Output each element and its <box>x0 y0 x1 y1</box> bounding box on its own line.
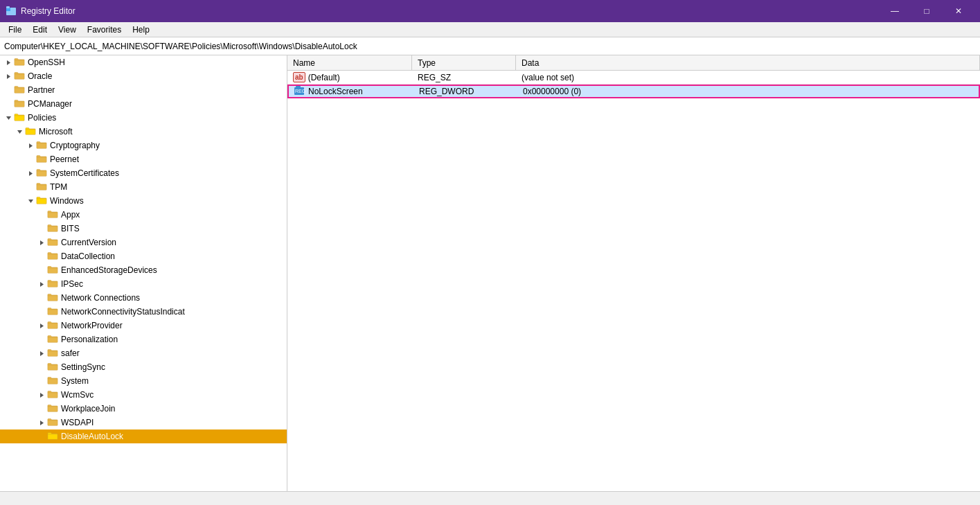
tree-scroll[interactable]: OpenSSH Oracle Partner PCManager Policie… <box>0 55 287 491</box>
tree-item-cryptography[interactable]: Cryptography <box>0 139 287 152</box>
tree-label-tpm: TPM <box>50 182 67 192</box>
tree-item-safer[interactable]: safer <box>0 346 287 360</box>
menu-view[interactable]: View <box>53 24 82 36</box>
folder-icon-tpm <box>36 181 48 193</box>
tree-item-datacollection[interactable]: DataCollection <box>0 249 287 263</box>
expand-btn-safer[interactable] <box>36 348 47 359</box>
expand-btn-wsdapi[interactable] <box>36 417 47 428</box>
expand-btn-ipsec[interactable] <box>36 278 47 290</box>
tree-label-networkconnections: Network Connections <box>61 293 140 303</box>
folder-icon-safer <box>47 348 60 359</box>
status-bar <box>0 491 980 505</box>
expand-btn-datacollection <box>36 251 47 262</box>
tree-item-workplacejoin[interactable]: WorkplaceJoin <box>0 402 287 416</box>
tree-label-datacollection: DataCollection <box>61 251 115 261</box>
tree-item-windows[interactable]: Windows <box>0 194 287 208</box>
tree-label-workplacejoin: WorkplaceJoin <box>61 404 115 414</box>
detail-header: Name Type Data <box>287 55 980 71</box>
expand-btn-systemcertificates[interactable] <box>25 168 36 179</box>
menu-file[interactable]: File <box>3 24 27 36</box>
tree-item-wsdapi[interactable]: WSDAPI <box>0 416 287 429</box>
folder-icon-disableautolock <box>47 431 60 442</box>
folder-icon-oracle <box>14 71 26 82</box>
folder-icon-datacollection <box>47 251 60 262</box>
expand-btn-openssh[interactable] <box>3 57 14 68</box>
folder-icon-wsdapi <box>47 417 60 428</box>
tree-item-appx[interactable]: Appx <box>0 208 287 222</box>
expand-btn-tpm <box>25 181 36 193</box>
tree-item-enhancedstoragedevices[interactable]: EnhancedStorageDevices <box>0 263 287 277</box>
cell-type-nolock: REG_DWORD <box>413 87 517 96</box>
window-controls: — □ ✕ <box>879 0 974 22</box>
tree-item-wcmsvc[interactable]: WcmSvc <box>0 388 287 402</box>
col-header-type[interactable]: Type <box>412 55 516 70</box>
col-header-data[interactable]: Data <box>516 55 980 70</box>
tree-item-oracle[interactable]: Oracle <box>0 69 287 83</box>
menu-bar: File Edit View Favorites Help <box>0 22 980 37</box>
detail-pane: Name Type Data ab(Default)REG_SZ(value n… <box>287 55 980 491</box>
tree-item-peernet[interactable]: Peernet <box>0 152 287 166</box>
tree-label-microsoft: Microsoft <box>39 127 73 136</box>
expand-btn-pcmanager <box>3 98 14 109</box>
expand-btn-currentversion[interactable] <box>36 237 47 248</box>
tree-label-bits: BITS <box>61 224 80 233</box>
tree-label-networkconnectivity: NetworkConnectivityStatusIndicat <box>61 307 185 317</box>
col-header-name[interactable]: Name <box>287 55 412 70</box>
tree-label-appx: Appx <box>61 210 80 220</box>
expand-btn-settingsync <box>36 362 47 373</box>
menu-favorites[interactable]: Favorites <box>82 24 127 36</box>
tree-label-personalization: Personalization <box>61 335 118 344</box>
close-button[interactable]: ✕ <box>943 0 974 22</box>
tree-label-oracle: Oracle <box>28 71 52 81</box>
address-bar: Computer\HKEY_LOCAL_MACHINE\SOFTWARE\Pol… <box>0 37 980 55</box>
svg-marker-5 <box>6 116 11 120</box>
tree-item-policies[interactable]: Policies <box>0 111 287 125</box>
tree-item-settingsync[interactable]: SettingSync <box>0 360 287 374</box>
detail-row-nolock[interactable]: REG NoLockScreenREG_DWORD0x00000000 (0) <box>287 85 980 98</box>
tree-item-microsoft[interactable]: Microsoft <box>0 125 287 139</box>
expand-btn-workplacejoin <box>36 403 47 414</box>
cell-name-default: ab(Default) <box>287 72 412 82</box>
expand-btn-wcmsvc[interactable] <box>36 389 47 400</box>
expand-btn-cryptography[interactable] <box>25 140 36 151</box>
tree-item-networkconnections[interactable]: Network Connections <box>0 291 287 305</box>
tree-item-personalization[interactable]: Personalization <box>0 333 287 346</box>
expand-btn-windows[interactable] <box>25 195 36 206</box>
detail-row-default[interactable]: ab(Default)REG_SZ(value not set) <box>287 71 980 85</box>
tree-item-currentversion[interactable]: CurrentVersion <box>0 236 287 249</box>
folder-icon-currentversion <box>47 237 60 248</box>
tree-item-partner[interactable]: Partner <box>0 83 287 97</box>
folder-icon-wcmsvc <box>47 389 60 400</box>
tree-item-system[interactable]: System <box>0 374 287 388</box>
tree-item-ipsec[interactable]: IPSec <box>0 277 287 291</box>
svg-marker-14 <box>40 393 44 398</box>
tree-item-bits[interactable]: BITS <box>0 222 287 236</box>
tree-item-pcmanager[interactable]: PCManager <box>0 97 287 111</box>
menu-help[interactable]: Help <box>127 24 155 36</box>
minimize-button[interactable]: — <box>879 0 911 22</box>
svg-marker-15 <box>40 420 44 425</box>
ab-icon-default: ab <box>293 72 305 82</box>
tree-label-peernet: Peernet <box>50 154 79 164</box>
folder-icon-microsoft <box>25 126 37 137</box>
folder-icon-workplacejoin <box>47 403 60 414</box>
tree-item-networkconnectivity[interactable]: NetworkConnectivityStatusIndicat <box>0 305 287 319</box>
maximize-button[interactable]: □ <box>911 0 943 22</box>
svg-text:REG: REG <box>295 89 305 94</box>
expand-btn-networkprovider[interactable] <box>36 320 47 331</box>
cell-name-nolock: REG NoLockScreen <box>289 86 413 98</box>
tree-item-networkprovider[interactable]: NetworkProvider <box>0 319 287 333</box>
folder-icon-ipsec <box>47 278 60 290</box>
tree-label-wsdapi: WSDAPI <box>61 418 93 427</box>
tree-item-tpm[interactable]: TPM <box>0 180 287 194</box>
tree-item-systemcertificates[interactable]: SystemCertificates <box>0 166 287 180</box>
folder-icon-system <box>47 375 60 387</box>
tree-item-openssh[interactable]: OpenSSH <box>0 55 287 69</box>
tree-item-disableautolock[interactable]: DisableAutoLock <box>0 429 287 443</box>
menu-edit[interactable]: Edit <box>27 24 53 36</box>
expand-btn-oracle[interactable] <box>3 71 14 82</box>
expand-btn-microsoft[interactable] <box>14 126 25 137</box>
expand-btn-policies[interactable] <box>3 112 14 123</box>
svg-marker-9 <box>28 200 33 203</box>
folder-icon-appx <box>47 209 60 220</box>
